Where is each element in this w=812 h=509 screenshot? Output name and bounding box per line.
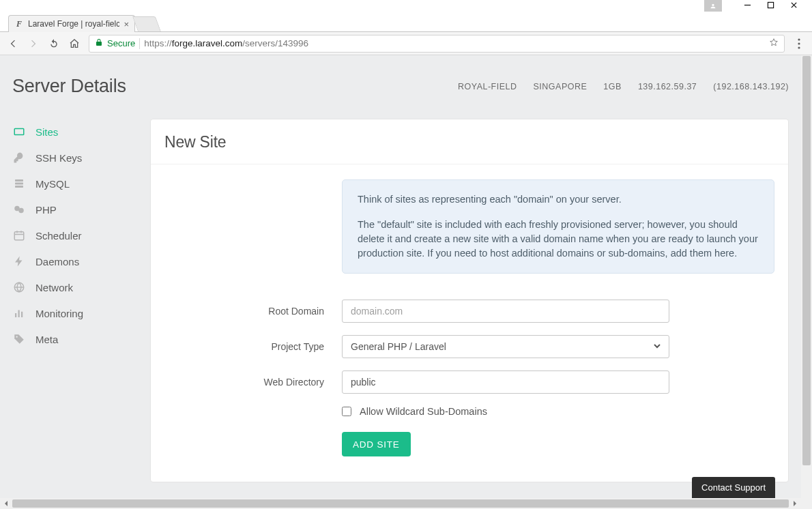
bolt-icon [12, 254, 26, 268]
database-icon [12, 177, 26, 190]
form-row-project-type: Project Type General PHP / Laravel [164, 335, 774, 358]
key-icon [12, 151, 26, 164]
server-public-ip: 139.162.59.37 [638, 82, 697, 91]
server-meta: ROYAL-FIELD SINGAPORE 1GB 139.162.59.37 … [458, 82, 789, 91]
panel-body: Think of sites as representing each "dom… [151, 164, 788, 476]
svg-point-12 [18, 208, 24, 214]
window-close-button[interactable] [789, 0, 798, 10]
main-panel: New Site Think of sites as representing … [150, 119, 789, 482]
svg-point-6 [798, 46, 800, 48]
vertical-scrollbar-thumb[interactable] [802, 56, 811, 465]
project-type-label: Project Type [164, 341, 342, 352]
page-title: Server Details [12, 76, 126, 97]
browser-tab-title: Laravel Forge | royal-fielc [28, 19, 119, 29]
svg-rect-8 [15, 179, 23, 181]
page-content: Server Details ROYAL-FIELD SINGAPORE 1GB… [0, 55, 801, 509]
php-icon [12, 203, 26, 216]
svg-rect-20 [18, 310, 20, 318]
new-site-form: Root Domain Project Type [164, 300, 774, 456]
svg-rect-1 [768, 2, 773, 8]
server-name[interactable]: ROYAL-FIELD [458, 82, 517, 91]
project-type-select[interactable]: General PHP / Laravel [342, 335, 669, 358]
back-button[interactable] [7, 38, 19, 50]
sidebar-item-ssh-keys[interactable]: SSH Keys [12, 145, 131, 171]
horizontal-scrollbar[interactable] [0, 498, 801, 509]
root-domain-input[interactable] [342, 300, 669, 323]
info-text-2: The "default" site is included with each… [358, 218, 759, 261]
sidebar-item-monitoring[interactable]: Monitoring [12, 300, 131, 326]
reload-button[interactable] [48, 38, 60, 50]
address-bar[interactable]: Secure https://forge.laravel.com/servers… [89, 35, 785, 53]
sidebar-item-mysql[interactable]: MySQL [12, 171, 131, 197]
calendar-icon [12, 229, 26, 242]
forward-button[interactable] [27, 38, 40, 50]
sidebar-item-network[interactable]: Network [12, 274, 131, 300]
wildcard-row: Allow Wildcard Sub-Domains [342, 406, 774, 417]
sidebar-item-meta[interactable]: Meta [12, 326, 131, 352]
svg-rect-7 [14, 129, 24, 135]
padlock-icon [95, 38, 103, 48]
new-tab-button[interactable] [132, 16, 161, 31]
url-divider [139, 38, 140, 49]
sidebar: Sites SSH Keys MySQL [12, 119, 131, 352]
vertical-scrollbar[interactable] [801, 55, 812, 498]
browser-tab[interactable]: F Laravel Forge | royal-fielc × [8, 15, 135, 32]
window-maximize-button[interactable] [766, 0, 775, 10]
sidebar-item-label: PHP [35, 204, 57, 216]
svg-rect-9 [15, 183, 23, 185]
svg-point-5 [798, 42, 800, 44]
sidebar-item-label: Monitoring [35, 308, 83, 319]
sidebar-item-label: Sites [35, 126, 58, 138]
sidebar-item-sites[interactable]: Sites [12, 119, 131, 145]
sidebar-item-label: SSH Keys [35, 152, 82, 164]
web-directory-input[interactable] [342, 370, 669, 394]
page-scroll-area: Server Details ROYAL-FIELD SINGAPORE 1GB… [0, 55, 812, 509]
info-text-1: Think of sites as representing each "dom… [358, 192, 759, 207]
hscroll-right-arrow-icon[interactable] [789, 499, 800, 508]
home-button[interactable] [68, 38, 81, 50]
wildcard-label: Allow Wildcard Sub-Domains [360, 406, 487, 417]
sidebar-item-label: MySQL [35, 178, 70, 190]
window-minimize-button[interactable] [742, 0, 752, 10]
wildcard-checkbox[interactable] [342, 407, 351, 416]
horizontal-scrollbar-thumb[interactable] [12, 499, 789, 508]
globe-icon [12, 280, 26, 294]
bars-icon [12, 306, 26, 320]
svg-point-4 [798, 38, 800, 40]
page-viewport: Server Details ROYAL-FIELD SINGAPORE 1GB… [0, 55, 812, 509]
window-titlebar [0, 0, 812, 14]
svg-point-22 [16, 336, 18, 338]
user-account-icon[interactable] [704, 0, 722, 12]
forge-favicon-icon: F [14, 19, 24, 29]
sidebar-item-label: Meta [35, 334, 58, 345]
web-directory-label: Web Directory [164, 377, 342, 388]
root-domain-label: Root Domain [164, 306, 342, 317]
info-box: Think of sites as representing each "dom… [342, 179, 774, 274]
bookmark-star-icon[interactable] [769, 38, 779, 49]
sidebar-item-php[interactable]: PHP [12, 197, 131, 222]
form-row-web-directory: Web Directory [164, 370, 774, 394]
add-site-button[interactable]: ADD SITE [342, 432, 411, 456]
sidebar-item-label: Scheduler [35, 230, 82, 242]
browser-menu-button[interactable] [793, 38, 805, 50]
contact-support-button[interactable]: Contact Support [692, 477, 775, 498]
header-row: Server Details ROYAL-FIELD SINGAPORE 1GB… [0, 70, 801, 106]
svg-rect-10 [15, 186, 23, 188]
svg-rect-21 [21, 312, 23, 317]
form-row-root-domain: Root Domain [164, 300, 774, 323]
svg-rect-19 [15, 313, 16, 317]
server-private-ip: (192.168.143.192) [713, 82, 789, 91]
server-memory: 1GB [603, 82, 622, 91]
sidebar-item-label: Daemons [35, 256, 79, 267]
sidebar-item-daemons[interactable]: Daemons [12, 248, 131, 274]
secure-label: Secure [107, 38, 135, 48]
close-tab-icon[interactable]: × [124, 19, 129, 29]
scrollbar-corner [801, 498, 812, 509]
sidebar-item-scheduler[interactable]: Scheduler [12, 222, 131, 248]
browser-tabstrip: F Laravel Forge | royal-fielc × [0, 14, 812, 32]
rect-icon [12, 125, 26, 139]
hscroll-left-arrow-icon[interactable] [1, 499, 12, 508]
server-region: SINGAPORE [534, 82, 588, 91]
tag-icon [12, 332, 26, 346]
url-text: https://forge.laravel.com/servers/143996 [144, 38, 308, 48]
